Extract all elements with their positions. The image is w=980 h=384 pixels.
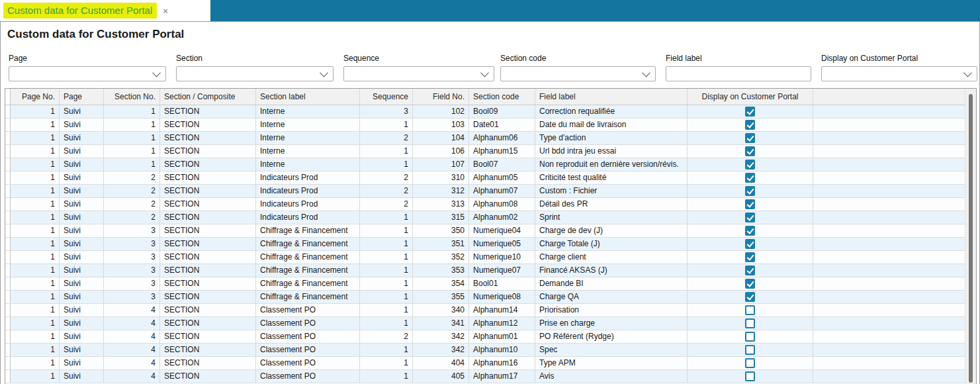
chevron-down-icon bbox=[642, 68, 650, 77]
table-row[interactable]: 1 Suivi 2 SECTION Indicateurs Prod 2 312… bbox=[5, 185, 965, 198]
table-row[interactable]: 1 Suivi 4 SECTION Classement PO 1 404 Al… bbox=[5, 357, 965, 370]
cell-section-code: Alphanum14 bbox=[469, 304, 535, 316]
display-checkbox[interactable] bbox=[745, 265, 755, 275]
table-row[interactable]: 1 Suivi 4 SECTION Classement PO 1 340 Al… bbox=[5, 304, 965, 317]
display-checkbox[interactable] bbox=[745, 239, 755, 249]
table-row[interactable]: 1 Suivi 1 SECTION Interne 1 106 Alphanum… bbox=[5, 145, 965, 158]
column-header-section-no[interactable]: Section No. bbox=[104, 89, 160, 105]
table-row[interactable]: 1 Suivi 3 SECTION Chiffrage & Financemen… bbox=[5, 291, 965, 304]
table-row[interactable]: 1 Suivi 3 SECTION Chiffrage & Financemen… bbox=[5, 277, 965, 291]
table-row[interactable]: 1 Suivi 1 SECTION Interne 2 104 Alphanum… bbox=[5, 132, 965, 145]
filter-page-select[interactable] bbox=[9, 66, 166, 81]
cell-page-no: 1 bbox=[11, 198, 60, 211]
cell-page-no: 1 bbox=[11, 304, 60, 316]
display-checkbox[interactable] bbox=[745, 371, 755, 381]
display-checkbox[interactable] bbox=[745, 160, 755, 169]
filter-display-select[interactable] bbox=[821, 66, 977, 81]
column-header-section-label[interactable]: Section label bbox=[256, 89, 360, 105]
display-checkbox[interactable] bbox=[745, 186, 755, 196]
cell-sequence: 1 bbox=[360, 317, 413, 330]
cell-page-no: 1 bbox=[11, 171, 60, 184]
cell-page-no: 1 bbox=[11, 211, 60, 224]
cell-display bbox=[688, 145, 813, 158]
close-icon[interactable]: × bbox=[163, 7, 168, 15]
table-row[interactable]: 1 Suivi 3 SECTION Chiffrage & Financemen… bbox=[5, 264, 965, 277]
cell-section-no: 3 bbox=[104, 224, 160, 237]
cell-section-code: Bool09 bbox=[469, 105, 535, 118]
display-checkbox[interactable] bbox=[745, 292, 755, 302]
display-checkbox[interactable] bbox=[745, 107, 755, 117]
column-header-section-code[interactable]: Section code bbox=[469, 89, 535, 105]
cell-section-no: 2 bbox=[104, 185, 160, 197]
table-row[interactable]: 1 Suivi 2 SECTION Indicateurs Prod 2 313… bbox=[5, 198, 965, 211]
cell-section-no: 2 bbox=[104, 198, 160, 211]
display-checkbox[interactable] bbox=[745, 318, 755, 328]
display-checkbox[interactable] bbox=[745, 120, 755, 130]
column-header-composite[interactable]: Section / Composite bbox=[160, 89, 256, 105]
scrollbar-thumb[interactable] bbox=[969, 94, 973, 383]
display-checkbox[interactable] bbox=[745, 279, 755, 289]
column-header-field-no[interactable]: Field No. bbox=[413, 89, 469, 105]
table-row[interactable]: 1 Suivi 2 SECTION Indicateurs Prod 1 315… bbox=[5, 211, 965, 224]
table-row[interactable]: 1 Suivi 3 SECTION Chiffrage & Financemen… bbox=[5, 238, 965, 251]
display-checkbox[interactable] bbox=[745, 252, 755, 262]
filter-section-code-select[interactable] bbox=[500, 66, 656, 81]
vertical-scrollbar[interactable] bbox=[965, 89, 976, 384]
table-row[interactable]: 1 Suivi 4 SECTION Classement PO 2 342 Al… bbox=[5, 330, 965, 344]
cell-section-no: 4 bbox=[104, 344, 160, 356]
cell-field-label: Prise en charge bbox=[535, 317, 688, 330]
cell-section-code: Alphanum08 bbox=[469, 198, 535, 211]
display-checkbox[interactable] bbox=[745, 173, 755, 183]
display-checkbox[interactable] bbox=[745, 213, 755, 222]
cell-composite: SECTION bbox=[160, 251, 256, 264]
cell-sequence: 1 bbox=[360, 211, 413, 224]
display-checkbox[interactable] bbox=[745, 199, 755, 209]
cell-section-code: Numerique10 bbox=[469, 251, 535, 264]
table-row[interactable]: 1 Suivi 4 SECTION Classement PO 1 342 Al… bbox=[5, 344, 965, 357]
display-checkbox[interactable] bbox=[745, 358, 755, 368]
cell-section-no: 2 bbox=[104, 171, 160, 184]
cell-composite: SECTION bbox=[160, 145, 256, 158]
display-checkbox[interactable] bbox=[745, 146, 755, 156]
cell-section-code: Bool07 bbox=[469, 158, 535, 171]
cell-page: Suivi bbox=[60, 238, 104, 250]
cell-sequence: 1 bbox=[360, 158, 413, 171]
chevron-down-icon bbox=[963, 68, 972, 77]
tab-title: Custom data for Customer Portal bbox=[3, 3, 157, 19]
display-checkbox[interactable] bbox=[745, 133, 755, 143]
table-row[interactable]: 1 Suivi 1 SECTION Interne 1 107 Bool07 N… bbox=[5, 158, 965, 171]
column-header-display[interactable]: Display on Customer Portal bbox=[688, 89, 813, 105]
table-row[interactable]: 1 Suivi 1 SECTION Interne 3 102 Bool09 C… bbox=[5, 105, 965, 119]
cell-section-label: Chiffrage & Financement bbox=[256, 277, 360, 290]
filter-field-label-input[interactable] bbox=[666, 66, 811, 81]
table-row[interactable]: 1 Suivi 4 SECTION Classement PO 1 341 Al… bbox=[5, 317, 965, 330]
cell-sequence: 2 bbox=[360, 171, 413, 184]
table-row[interactable]: 1 Suivi 3 SECTION Chiffrage & Financemen… bbox=[5, 251, 965, 264]
table-row[interactable]: 1 Suivi 4 SECTION Classement PO 1 405 Al… bbox=[5, 370, 965, 383]
table-row[interactable]: 1 Suivi 1 SECTION Interne 1 103 Date01 D… bbox=[5, 119, 965, 132]
cell-composite: SECTION bbox=[160, 344, 256, 356]
filter-sequence: Sequence bbox=[343, 54, 494, 81]
column-header-field-label[interactable]: Field label bbox=[535, 89, 688, 105]
cell-section-label: Classement PO bbox=[256, 330, 360, 343]
display-checkbox[interactable] bbox=[745, 305, 755, 315]
cell-display bbox=[688, 264, 813, 277]
filter-section-select[interactable] bbox=[176, 66, 334, 81]
table-row[interactable]: 1 Suivi 2 SECTION Indicateurs Prod 2 310… bbox=[5, 171, 965, 185]
column-header-sequence[interactable]: Sequence bbox=[360, 89, 413, 105]
row-gutter bbox=[5, 238, 11, 250]
cell-composite: SECTION bbox=[160, 119, 256, 131]
display-checkbox[interactable] bbox=[745, 226, 755, 236]
column-header-page-no[interactable]: Page No. bbox=[11, 89, 60, 105]
row-gutter bbox=[5, 317, 11, 330]
display-checkbox[interactable] bbox=[745, 332, 755, 342]
cell-sequence: 1 bbox=[360, 251, 413, 264]
filter-sequence-select[interactable] bbox=[343, 66, 494, 81]
table-row[interactable]: 1 Suivi 3 SECTION Chiffrage & Financemen… bbox=[5, 224, 965, 238]
column-header-page[interactable]: Page bbox=[60, 89, 104, 105]
cell-filler bbox=[813, 277, 965, 290]
cell-filler bbox=[813, 370, 965, 383]
display-checkbox[interactable] bbox=[745, 345, 755, 355]
row-gutter bbox=[5, 211, 11, 224]
tab-custom-data[interactable]: Custom data for Customer Portal × bbox=[0, 0, 210, 21]
